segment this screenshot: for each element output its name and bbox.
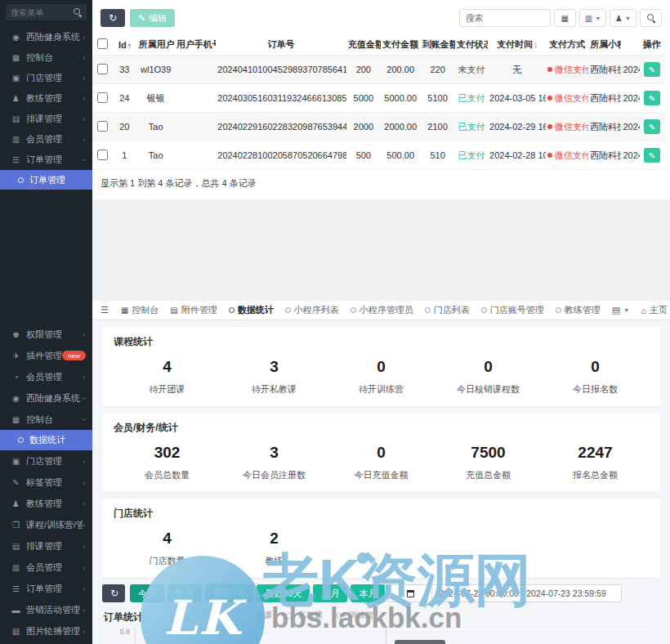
col-header-order-no[interactable]: 订单号: [216, 34, 346, 56]
export-button[interactable]: ♟▼: [610, 9, 636, 27]
row-edit-button[interactable]: ✎: [644, 148, 660, 163]
sidebar-item-members-admin[interactable]: ◔ 会员管理 ‹: [0, 366, 92, 387]
sidebar-item-members[interactable]: ▥ 会员管理 ‹: [0, 129, 92, 150]
table-row: 33 wl1O39 202404101004529893707856412672…: [92, 56, 664, 84]
hamburger-icon[interactable]: ☰: [94, 305, 115, 315]
row-checkbox[interactable]: [97, 150, 108, 160]
home-button[interactable]: ⌂主页: [635, 304, 670, 316]
sidebar-item-permissions[interactable]: ♚ 权限管理 ‹: [0, 324, 92, 345]
sidebar-item-coaches[interactable]: ♟ 教练管理 ‹: [0, 493, 92, 514]
col-header-phone[interactable]: 用户手机号: [175, 34, 216, 56]
filter-today-button[interactable]: 今天: [130, 584, 164, 602]
col-header-status[interactable]: 支付状态: [455, 34, 488, 56]
chart-title: 订单统计: [104, 610, 143, 624]
stat-item: 302会员总数量: [114, 444, 221, 481]
stat-item: 0今日充值金额: [328, 444, 435, 481]
sidebar-item-plugins[interactable]: ✈ 插件管理 new: [0, 345, 92, 366]
col-header-id[interactable]: Id▴▾: [112, 34, 136, 56]
home-icon: ⌂: [641, 306, 646, 315]
row-edit-button[interactable]: ✎: [644, 62, 660, 77]
sidebar-subitem-data-stats-active[interactable]: 数据统计: [0, 430, 92, 450]
row-checkbox[interactable]: [97, 121, 108, 132]
filter-last7days-button[interactable]: 最近7天: [205, 584, 253, 602]
filter-lastmonth-button[interactable]: 上月: [313, 584, 347, 602]
tab-store-accounts[interactable]: 门店账号管理: [476, 301, 550, 320]
member-icon: ◔: [10, 373, 22, 382]
edit-button[interactable]: ✎ 编辑: [130, 9, 175, 27]
tab-attachments[interactable]: ▤附件管理: [164, 301, 222, 320]
circle-icon: [229, 307, 234, 313]
toggle-view-button[interactable]: ▦: [554, 9, 576, 27]
select-all-checkbox[interactable]: [97, 38, 108, 49]
col-header-pay[interactable]: 支付金额▴▾: [381, 34, 420, 56]
col-header-created[interactable]: [621, 34, 639, 56]
filter-thismonth-button[interactable]: 本月: [351, 584, 385, 602]
sidebar-item-console[interactable]: ▦ 控制台 ‹: [0, 409, 92, 430]
sidebar-item-system[interactable]: ◉ 西陆健身系统 ‹: [0, 27, 92, 47]
status-badge: 未支付: [455, 56, 488, 84]
table-search-input[interactable]: [459, 9, 551, 27]
app-root: ◉ 西陆健身系统 ‹ ▦ 控制台 ‹ ▣ 门店管理 ‹ ♟ 教练管理 ‹ ▤ 排…: [0, 0, 670, 644]
col-header-user[interactable]: 所属用户: [136, 34, 174, 56]
calendar-button[interactable]: [388, 584, 432, 602]
sidebar-item-console[interactable]: ▦ 控制台 ‹: [0, 47, 92, 68]
col-header-recharge[interactable]: 充值金额▴▾: [346, 34, 381, 56]
refresh-button[interactable]: ↻: [100, 9, 125, 27]
legend-item-group-class[interactable]: 团课: [239, 610, 272, 621]
cell-id: 20: [112, 113, 136, 141]
sidebar-item-label: 排课管理: [26, 113, 83, 125]
filter-last30days-button[interactable]: 最近30天: [257, 584, 310, 602]
col-header-app[interactable]: 所属小程序: [588, 34, 621, 56]
date-range-input[interactable]: [432, 584, 622, 602]
sidebar-item-coaches[interactable]: ♟ 教练管理 ‹: [0, 88, 92, 109]
sidebar-item-schedule[interactable]: ▤ 排课管理 ‹: [0, 535, 92, 557]
sidebar-item-tags[interactable]: ✎ 标签管理 ‹: [0, 472, 92, 493]
stat-item: 7500充值总金额: [435, 444, 542, 481]
sidebar-search-input[interactable]: [11, 8, 74, 17]
stat-item: 2247报名总金额: [542, 444, 649, 481]
legend-item-camp[interactable]: 训练营: [333, 610, 373, 621]
legend-item-private-class[interactable]: 私教课: [282, 610, 323, 621]
col-header-time[interactable]: 支付时间▴▾: [488, 34, 546, 56]
search-button[interactable]: [640, 9, 662, 27]
col-header-method[interactable]: 支付方式: [546, 34, 588, 56]
refresh-button[interactable]: ↻: [102, 584, 125, 602]
tab-store-list[interactable]: 门店列表: [419, 301, 476, 320]
coach-icon: ♟: [10, 499, 22, 508]
sidebar-item-label: 教练管理: [26, 498, 83, 510]
row-edit-button[interactable]: ✎: [644, 119, 660, 134]
sidebar-item-schedule[interactable]: ▤ 排课管理 ‹: [0, 109, 92, 129]
tab-miniapp-list[interactable]: 小程序列表: [279, 301, 345, 320]
tab-console[interactable]: ▦控制台: [115, 301, 164, 320]
row-checkbox[interactable]: [97, 64, 108, 74]
sidebar-item-members[interactable]: ▥ 会员管理 ‹: [0, 557, 92, 578]
sidebar-item-label: 西陆健身系统: [26, 31, 83, 43]
stat-item: 4门店数量: [114, 530, 221, 567]
row-checkbox[interactable]: [97, 92, 108, 103]
tab-data-stats[interactable]: 数据统计: [223, 301, 279, 320]
table-row: 24 银银 202403051603119324666130857984 500…: [92, 84, 664, 113]
sidebar-item-courses[interactable]: ❐ 课程/训练营/管理 ‹: [0, 514, 92, 535]
sidebar-item-banners[interactable]: ▧ 图片轮播管理 ‹: [0, 620, 92, 642]
sidebar-item-system[interactable]: ◉ 西陆健身系统 ‹: [0, 387, 92, 409]
sidebar-search[interactable]: [6, 4, 87, 20]
sidebar-item-stores[interactable]: ▣ 门店管理 ‹: [0, 450, 92, 472]
columns-button[interactable]: ▥▼: [579, 9, 606, 27]
filter-yesterday-button[interactable]: 昨天: [168, 584, 202, 602]
sidebar-item-orders[interactable]: ☰ 订单管理 ‹: [0, 578, 92, 599]
chevron-left-icon: ‹: [83, 53, 86, 62]
row-edit-button[interactable]: ✎: [644, 91, 660, 105]
col-header-arrive[interactable]: 到账金额▴▾: [420, 34, 454, 56]
wechat-pay-dot-icon: [547, 67, 552, 72]
sidebar-subitem-orders-active[interactable]: 订单管理: [0, 170, 92, 190]
sidebar-item-stores[interactable]: ▣ 门店管理 ‹: [0, 68, 92, 88]
sidebar-item-marketing[interactable]: ▬ 营销活动管理 ‹: [0, 599, 92, 620]
tab-miniapp-admin[interactable]: 小程序管理员: [345, 301, 419, 320]
tab-coach-admin[interactable]: 教练管理: [550, 301, 606, 320]
wechat-pay-dot-icon: [547, 153, 552, 158]
tag-icon: ✎: [10, 478, 22, 487]
chevron-left-icon: ‹: [83, 542, 86, 551]
card-title: 会员/财务/统计: [114, 421, 649, 435]
tab-list-dropdown[interactable]: ▤▼: [606, 305, 635, 315]
sidebar-item-orders[interactable]: ☰ 订单管理 ‹: [0, 150, 92, 170]
